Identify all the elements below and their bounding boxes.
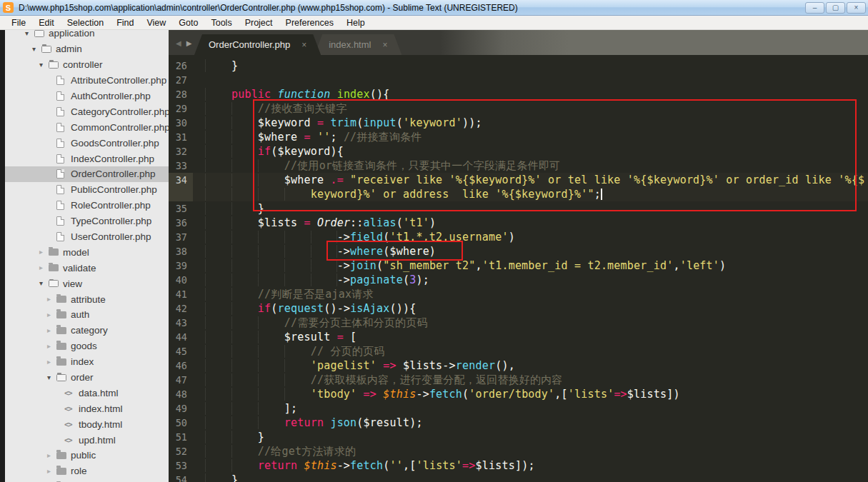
tree-item-controller[interactable]: ▾controller bbox=[5, 57, 169, 73]
tree-item-model[interactable]: ▸model bbox=[5, 244, 169, 260]
expand-arrow-icon[interactable]: ▾ bbox=[39, 280, 49, 287]
menu-help[interactable]: Help bbox=[340, 18, 371, 28]
menu-project[interactable]: Project bbox=[239, 18, 279, 28]
code-line-50[interactable]: 50 return json($result); bbox=[169, 416, 868, 430]
code-line-35[interactable]: 35 } bbox=[169, 201, 868, 216]
code-line-30[interactable]: 30 $keyword = trim(input('keyword')); bbox=[169, 116, 868, 130]
code-line-29[interactable]: 29 //接收查询关键字 bbox=[169, 101, 868, 116]
menu-file[interactable]: File bbox=[5, 18, 32, 28]
code-line-44[interactable]: 44 $result = [ bbox=[169, 330, 868, 344]
code-line-34[interactable]: 34 $where .= "receiver like '%{$keyword}… bbox=[169, 173, 868, 187]
tab-close-icon[interactable]: × bbox=[301, 40, 306, 50]
tree-item-auth[interactable]: ▸auth bbox=[5, 307, 169, 323]
maximize-button[interactable]: ▢ bbox=[826, 2, 845, 14]
tab-index-html[interactable]: index.html× bbox=[314, 34, 401, 55]
code-line-43[interactable]: 43 //需要分页主体和分页的页码 bbox=[169, 316, 868, 330]
tree-item-view[interactable]: ▾view bbox=[5, 276, 169, 291]
menu-selection[interactable]: Selection bbox=[61, 18, 110, 28]
tab-ordercontroller-php[interactable]: OrderController.php× bbox=[194, 34, 321, 55]
code-line-41[interactable]: 41 //判断是否是ajax请求 bbox=[169, 287, 868, 301]
code-line-38[interactable]: 38 ->where($where) bbox=[169, 244, 868, 258]
tree-item-typecontroller-php[interactable]: TypeController.php bbox=[5, 214, 169, 229]
code-line-46[interactable]: 46 'pagelist' => $lists->render(), bbox=[169, 358, 868, 373]
tree-item-goodscontroller-php[interactable]: GoodsController.php bbox=[5, 135, 169, 151]
code-line-26[interactable]: 26 } bbox=[169, 59, 868, 73]
tree-item-role[interactable]: ▸role bbox=[5, 463, 169, 479]
menu-tools[interactable]: Tools bbox=[204, 18, 238, 28]
code-area[interactable]: 26 }2728 public function index(){29 //接收… bbox=[169, 55, 868, 482]
code-line-33[interactable]: 33 //使用or链接查询条件，只要其中一个字段满足条件即可 bbox=[169, 159, 868, 173]
tree-item-order[interactable]: ▾order bbox=[5, 370, 169, 386]
code-line-37[interactable]: 37 ->field('t1.*,t2.username') bbox=[169, 230, 868, 244]
tree-item-publiccontroller-php[interactable]: PublicController.php bbox=[5, 182, 169, 198]
code-line-52[interactable]: 52 //给get方法请求的 bbox=[169, 444, 868, 458]
collapse-arrow-icon[interactable]: ▸ bbox=[47, 343, 56, 350]
tree-item-goods[interactable]: ▸goods bbox=[5, 338, 169, 354]
tree-item-category[interactable]: ▸category bbox=[5, 323, 169, 338]
collapse-arrow-icon[interactable]: ▸ bbox=[39, 264, 49, 271]
menu-goto[interactable]: Goto bbox=[172, 18, 204, 28]
collapse-arrow-icon[interactable]: ▸ bbox=[47, 296, 56, 303]
tree-item-indexcontroller-php[interactable]: IndexController.php bbox=[5, 151, 169, 166]
tree-item-admin[interactable]: ▾admin bbox=[5, 41, 169, 57]
code-line-wrap[interactable]: keyword}%' or address like '%{$keyword}%… bbox=[169, 187, 868, 201]
folder-icon bbox=[56, 358, 66, 366]
menu-view[interactable]: View bbox=[140, 18, 172, 28]
tab-scroll-left-icon[interactable]: ◀ bbox=[176, 39, 181, 47]
tree-item-data-html[interactable]: <>data.html bbox=[5, 385, 169, 401]
code-line-48[interactable]: 48 'tbody' => $this->fetch('order/tbody'… bbox=[169, 387, 868, 401]
tree-item-upd-html[interactable]: <>upd.html bbox=[5, 432, 169, 448]
collapse-arrow-icon[interactable]: ▸ bbox=[47, 358, 56, 366]
tree-item-ordercontroller-php[interactable]: OrderController.php bbox=[5, 166, 169, 182]
code-line-39[interactable]: 39 ->join("sh_member t2",'t1.member_id =… bbox=[169, 258, 868, 273]
close-button[interactable]: × bbox=[847, 2, 866, 14]
code-line-47[interactable]: 47 //获取模板内容，进行变量分配，返回替换好的内容 bbox=[169, 373, 868, 387]
code-line-42[interactable]: 42 if(request()->isAjax()){ bbox=[169, 301, 868, 316]
code-line-51[interactable]: 51 } bbox=[169, 430, 868, 444]
tree-item-categorycontroller-php[interactable]: CategoryController.php bbox=[5, 104, 169, 119]
tree-item-partial[interactable]: ▸ bbox=[5, 479, 169, 482]
tree-item-usercontroller-php[interactable]: UserController.php bbox=[5, 229, 169, 245]
menu-edit[interactable]: Edit bbox=[32, 18, 61, 28]
html-file-icon: <> bbox=[64, 420, 72, 428]
tree-item-tbody-html[interactable]: <>tbody.html bbox=[5, 416, 169, 432]
tree-item-attribute[interactable]: ▸attribute bbox=[5, 291, 169, 307]
collapse-arrow-icon[interactable]: ▸ bbox=[47, 311, 56, 318]
collapse-arrow-icon[interactable]: ▸ bbox=[39, 248, 49, 256]
code-line-49[interactable]: 49 ]; bbox=[169, 401, 868, 416]
tree-item-index[interactable]: ▸index bbox=[5, 354, 169, 370]
expand-arrow-icon[interactable]: ▾ bbox=[47, 374, 56, 381]
tab-scroll-right-icon[interactable]: ▶ bbox=[186, 39, 192, 47]
code-line-53[interactable]: 53 return $this->fetch('',['lists'=>$lis… bbox=[169, 458, 868, 473]
tree-item-commoncontroller-php[interactable]: CommonController.php bbox=[5, 119, 169, 135]
file-icon-slot bbox=[56, 123, 71, 132]
menu-preferences[interactable]: Preferences bbox=[279, 18, 340, 28]
code-line-31[interactable]: 31 $where = ''; //拼接查询条件 bbox=[169, 130, 868, 144]
file-tree-sidebar[interactable]: ▾application▾admin▾controllerAttributeCo… bbox=[5, 30, 169, 482]
collapse-arrow-icon[interactable]: ▸ bbox=[47, 468, 56, 475]
tree-item-authcontroller-php[interactable]: AuthController.php bbox=[5, 89, 169, 104]
code-line-28[interactable]: 28 public function index(){ bbox=[169, 87, 868, 101]
tab-close-icon[interactable]: × bbox=[382, 40, 387, 50]
tree-item-validate[interactable]: ▸validate bbox=[5, 260, 169, 276]
code-line-40[interactable]: 40 ->paginate(3); bbox=[169, 273, 868, 287]
code-line-27[interactable]: 27 bbox=[169, 73, 868, 87]
expand-arrow-icon[interactable]: ▾ bbox=[39, 61, 49, 69]
minimize-button[interactable]: – bbox=[805, 2, 824, 14]
collapse-arrow-icon[interactable]: ▸ bbox=[47, 327, 56, 334]
tree-item-application[interactable]: ▾application bbox=[5, 30, 169, 41]
tree-item-rolecontroller-php[interactable]: RoleController.php bbox=[5, 198, 169, 214]
tree-item-attributecontroller-php[interactable]: AttributeController.php bbox=[5, 73, 169, 89]
menu-find[interactable]: Find bbox=[110, 18, 140, 28]
expand-arrow-icon[interactable]: ▾ bbox=[25, 30, 34, 37]
code-line-54[interactable]: 54 } bbox=[169, 473, 868, 482]
code-line-32[interactable]: 32 if($keyword){ bbox=[169, 144, 868, 159]
tree-item-public[interactable]: ▸public bbox=[5, 448, 169, 463]
code-text: if(request()->isAjax()){ bbox=[193, 301, 868, 316]
code-line-36[interactable]: 36 $lists = Order::alias('t1') bbox=[169, 216, 868, 230]
php-file-icon bbox=[56, 185, 64, 194]
collapse-arrow-icon[interactable]: ▸ bbox=[47, 452, 56, 459]
expand-arrow-icon[interactable]: ▾ bbox=[32, 46, 41, 53]
tree-item-index-html[interactable]: <>index.html bbox=[5, 401, 169, 416]
code-line-45[interactable]: 45 // 分页的页码 bbox=[169, 344, 868, 358]
